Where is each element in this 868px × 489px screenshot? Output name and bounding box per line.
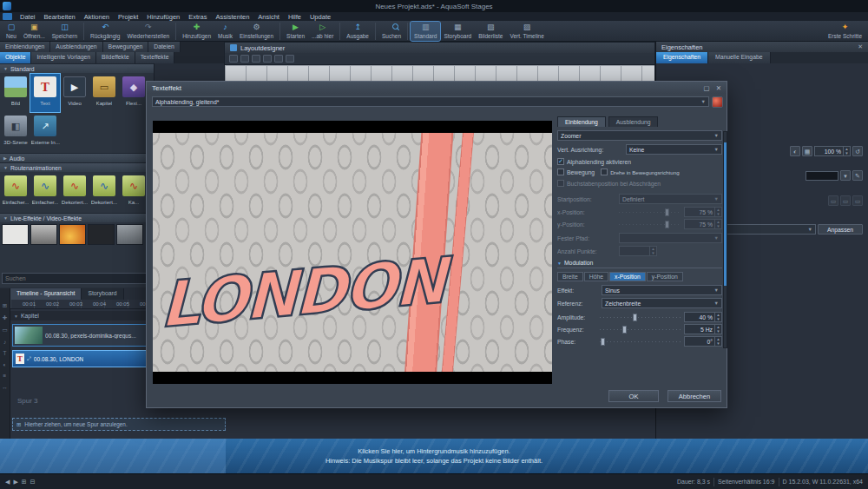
amplitude-spinner[interactable]: 40 %▲▼ (684, 312, 722, 322)
zoom-out-icon[interactable]: ⊟ (30, 479, 36, 486)
track-tool-icon[interactable]: T (3, 350, 7, 356)
track-tool-icon[interactable]: ≡ (3, 373, 7, 379)
dialog-scrollbar[interactable] (723, 131, 727, 348)
color-picker-icon[interactable]: ▾ (840, 170, 851, 181)
mod-tab-breite[interactable]: Breite (557, 272, 583, 281)
toolbar-open-button[interactable]: ▣Öffnen... (20, 22, 49, 41)
mod-tab-y-position[interactable]: y-Position (647, 272, 683, 281)
scrollbar-thumb[interactable] (724, 142, 727, 286)
props-tool-icon[interactable]: ▦ (802, 146, 812, 156)
palette-item-route-3[interactable]: ∿Dekoriert... (60, 173, 89, 211)
new-track-drop-zone[interactable]: ⊞ Hierher ziehen, um neue Spur anzulegen… (12, 418, 226, 431)
live-effect-thumb[interactable] (59, 224, 86, 245)
amplitude-slider[interactable] (600, 314, 681, 321)
section-routenanimationen[interactable]: ▼Routenanimationen (0, 162, 154, 172)
live-effect-thumb[interactable] (116, 224, 143, 245)
toolbar-first-steps-button[interactable]: ✦Erste Schritte (825, 22, 865, 41)
palette-item-route-4[interactable]: ∿Dekoriert... (89, 173, 119, 211)
palette-item-3d-szene[interactable]: ◧3D-Szene (1, 113, 30, 151)
toolbar-search-button[interactable]: Suchen (378, 22, 404, 41)
tab-bewegungen[interactable]: Bewegungen (103, 42, 149, 52)
tab-storyboard[interactable]: Storyboard (82, 288, 123, 300)
phase-slider[interactable] (600, 338, 681, 346)
toolbar-view-storyboard-button[interactable]: ▦Storyboard (440, 22, 475, 41)
palette-item-route-2[interactable]: ∿Einfacher... (30, 173, 60, 211)
menu-update[interactable]: Update (306, 13, 335, 21)
toolbar-view-vertical-timeline-button[interactable]: ▨Vert. Timeline (506, 22, 547, 41)
background-music-bar[interactable]: Klicken Sie hier, um Hintergrundmusik hi… (0, 439, 868, 473)
menu-bearbeiten[interactable]: Bearbeiten (40, 13, 80, 21)
toolbar-play-button[interactable]: ▶Starten (283, 22, 308, 41)
tab-intelligente-vorlagen[interactable]: Intelligente Vorlagen (31, 52, 96, 63)
menu-datei[interactable]: Datei (16, 13, 40, 21)
anpassen-button[interactable]: Anpassen (818, 224, 863, 235)
palette-search-input[interactable] (2, 273, 153, 284)
ld-tool-icon[interactable] (229, 55, 238, 63)
section-standard[interactable]: ▼Standard (0, 63, 154, 73)
tab-einblendungen[interactable]: Einblendungen (0, 42, 50, 52)
frequenz-slider[interactable] (600, 326, 681, 334)
effekt-dropdown[interactable]: Sinus▼ (602, 285, 722, 295)
palette-item-externe[interactable]: ↗Externe In... (30, 113, 60, 151)
tab-ausblendung[interactable]: Ausblendung (608, 116, 659, 127)
toolbar-music-button[interactable]: ♪Musik (214, 22, 236, 41)
menu-hilfe[interactable]: Hilfe (284, 13, 306, 21)
phase-spinner[interactable]: 0°▲▼ (684, 336, 722, 347)
tab-ausblendungen[interactable]: Ausblendungen (50, 42, 102, 52)
preset-dropdown[interactable]: Alphablending, gleitend*▼ (152, 96, 709, 107)
tab-objekte[interactable]: Objekte (0, 52, 31, 63)
live-effect-thumb[interactable] (2, 224, 29, 245)
referenz-dropdown[interactable]: Zeichenbreite▼ (602, 298, 722, 308)
ok-button[interactable]: OK (608, 390, 659, 402)
ld-tool-icon[interactable] (274, 55, 283, 63)
toolbar-play-from-here-button[interactable]: ▷...ab hier (308, 22, 337, 41)
palette-item-route-1[interactable]: ∿Einfacher... (1, 173, 30, 211)
track-tool-icon[interactable]: ✚ (3, 314, 7, 321)
palette-item-flexi[interactable]: ◆Flexi... (119, 74, 148, 112)
opacity-spinner[interactable]: 100 %▲▼ (814, 146, 851, 156)
menu-ansicht[interactable]: Ansicht (253, 13, 284, 21)
app-menu-icon[interactable] (3, 13, 12, 20)
close-icon[interactable]: ✕ (858, 43, 863, 50)
color-swatch[interactable] (806, 171, 838, 181)
section-live-effekte[interactable]: ▼Live-Effekte / Video-Effekte (0, 213, 154, 222)
drehe-checkbox[interactable] (601, 169, 608, 175)
menu-projekt[interactable]: Projekt (114, 13, 142, 21)
toolbar-export-button[interactable]: ↥Ausgabe (343, 22, 372, 41)
menu-assistenten[interactable]: Assistenten (212, 13, 254, 21)
tab-dateien[interactable]: Dateien (148, 42, 180, 52)
section-audio[interactable]: ▶Audio (0, 153, 154, 162)
zoom-in-icon[interactable]: ⊞ (22, 479, 27, 486)
effect-group-dropdown[interactable]: Zoomer▼ (557, 130, 722, 141)
toolbar-undo-button[interactable]: ↶Rückgängig (87, 22, 123, 41)
toolbar-redo-button[interactable]: ↷Wiederherstellen (123, 22, 173, 41)
palette-item-route-5[interactable]: ∿Ka... (119, 173, 148, 211)
toolbar-add-button[interactable]: ✚Hinzufügen (179, 22, 214, 41)
toolbar-view-standard-button[interactable]: ▥Standard (411, 22, 440, 41)
modulation-section-header[interactable]: ▼ Modulation (557, 260, 722, 268)
palette-item-kapitel[interactable]: ▭Kapitel (89, 74, 119, 112)
preset-effect-icon[interactable] (712, 96, 723, 108)
toolbar-settings-button[interactable]: ⚙Einstellungen (236, 22, 277, 41)
toolbar-view-imagelist-button[interactable]: ▧Bilderliste (475, 22, 506, 41)
tab-manuelle-eingabe[interactable]: Manuelle Eingabe (708, 52, 770, 63)
dialog-titlebar[interactable]: Texteffekt ▢ ✕ (147, 82, 727, 94)
props-tool-icon[interactable]: ✎ (852, 170, 863, 181)
palette-item-bild[interactable]: Bild (1, 74, 30, 112)
mod-tab-x-position[interactable]: x-Position (609, 272, 646, 281)
toolbar-new-button[interactable]: ▢Neu (3, 22, 20, 41)
track-tool-icon[interactable]: ◐ (3, 361, 7, 367)
tab-einblendung[interactable]: Einblendung (557, 116, 606, 127)
tab-timeline-spuransicht[interactable]: Timeline - Spuransicht (10, 288, 82, 300)
menu-extras[interactable]: Extras (184, 13, 211, 21)
nav-first-icon[interactable]: ◀ (5, 479, 10, 486)
menu-hinzufuegen[interactable]: Hinzufügen (142, 13, 184, 21)
tab-eigenschaften[interactable]: Eigenschaften (656, 52, 708, 63)
palette-item-text[interactable]: TText (30, 74, 60, 112)
cancel-button[interactable]: Abbrechen (667, 390, 721, 402)
ld-tool-icon[interactable] (252, 55, 260, 63)
nav-last-icon[interactable]: ▶ (13, 479, 17, 486)
ld-tool-icon[interactable] (286, 55, 294, 63)
track-tool-icon[interactable]: ▭ (2, 327, 7, 334)
track-tool-icon[interactable]: ♪ (3, 339, 6, 345)
